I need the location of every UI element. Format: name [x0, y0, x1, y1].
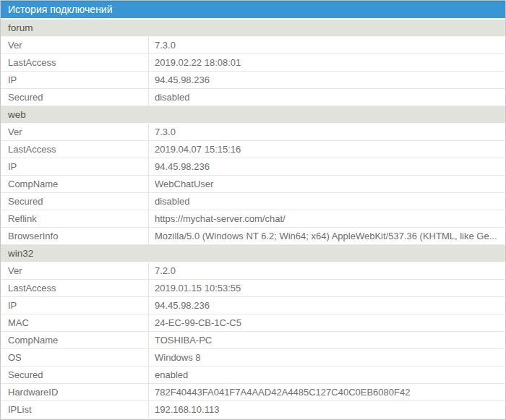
table-row: OS Windows 8 [1, 349, 505, 367]
table-row: Secured disabled [1, 89, 505, 106]
table-row: CompName TOSHIBA-PC [1, 332, 505, 349]
table-row: IP 94.45.98.236 [1, 72, 505, 89]
table-row: Reflink https://mychat-server.com/chat/ [1, 210, 505, 228]
row-label: Reflink [1, 210, 149, 227]
row-label: OS [1, 349, 149, 366]
row-label: BrowserInfo [1, 228, 149, 244]
row-value: 2019.04.07 15:15:16 [149, 141, 505, 158]
row-label: CompName [1, 176, 149, 192]
table-row: MAC 24-EC-99-CB-1C-C5 [1, 314, 505, 332]
row-label: Secured [1, 193, 149, 210]
connection-history-table: История подключений forum Ver 7.3.0 Last… [0, 0, 506, 420]
row-label: IP [1, 297, 149, 314]
table-row: IP 94.45.98.236 [1, 297, 505, 314]
row-label: LastAccess [1, 141, 149, 158]
row-value: 7.3.0 [149, 124, 505, 140]
table-row: Ver 7.3.0 [1, 124, 505, 141]
row-value: disabled [149, 193, 505, 210]
row-value: 2019.02.22 18:08:01 [149, 54, 505, 71]
section-header: web [1, 106, 505, 124]
table-title: История подключений [1, 1, 505, 20]
row-value: TOSHIBA-PC [149, 332, 505, 348]
row-label: Secured [1, 367, 149, 383]
row-value: 94.45.98.236 [149, 158, 505, 175]
row-label: LastAccess [1, 280, 149, 296]
row-value: 7.2.0 [149, 262, 505, 279]
section-header: forum [1, 20, 505, 37]
row-label: LastAccess [1, 54, 149, 71]
table-row: LastAccess 2019.02.22 18:08:01 [1, 54, 505, 72]
table-row: IPList 192.168.10.113 [1, 401, 505, 419]
table-row: IP 94.45.98.236 [1, 158, 505, 176]
row-value: WebChatUser [149, 176, 505, 192]
row-label: Ver [1, 262, 149, 279]
row-value: Windows 8 [149, 349, 505, 366]
row-value: enabled [149, 367, 505, 383]
row-label: Ver [1, 37, 149, 53]
row-value: https://mychat-server.com/chat/ [149, 210, 505, 227]
table-row: Secured disabled [1, 193, 505, 210]
table-row: Ver 7.2.0 [1, 262, 505, 280]
row-label: MAC [1, 314, 149, 331]
table-row: LastAccess 2019.01.15 10:53:55 [1, 280, 505, 297]
row-label: Ver [1, 124, 149, 140]
row-value: 782F40443FA041F7A4AAD42A4485C127C40C0EB6… [149, 384, 505, 400]
table-row: CompName WebChatUser [1, 176, 505, 193]
table-row: LastAccess 2019.04.07 15:15:16 [1, 141, 505, 158]
row-label: HardwareID [1, 384, 149, 400]
table-row: BrowserInfo Mozilla/5.0 (Windows NT 6.2;… [1, 228, 505, 245]
row-label: CompName [1, 332, 149, 348]
row-value: 94.45.98.236 [149, 72, 505, 88]
row-value: 2019.01.15 10:53:55 [149, 280, 505, 296]
section-header: win32 [1, 245, 505, 262]
sections-container: forum Ver 7.3.0 LastAccess 2019.02.22 18… [1, 20, 505, 419]
row-value: disabled [149, 89, 505, 106]
row-label: IP [1, 72, 149, 88]
row-value: 192.168.10.113 [149, 401, 505, 418]
row-value: Mozilla/5.0 (Windows NT 6.2; Win64; x64)… [149, 228, 505, 244]
row-label: IPList [1, 401, 149, 418]
table-row: HardwareID 782F40443FA041F7A4AAD42A4485C… [1, 384, 505, 401]
table-row: Secured enabled [1, 367, 505, 384]
row-value: 7.3.0 [149, 37, 505, 53]
row-label: Secured [1, 89, 149, 106]
row-value: 24-EC-99-CB-1C-C5 [149, 314, 505, 331]
row-label: IP [1, 158, 149, 175]
table-row: Ver 7.3.0 [1, 37, 505, 54]
row-value: 94.45.98.236 [149, 297, 505, 314]
